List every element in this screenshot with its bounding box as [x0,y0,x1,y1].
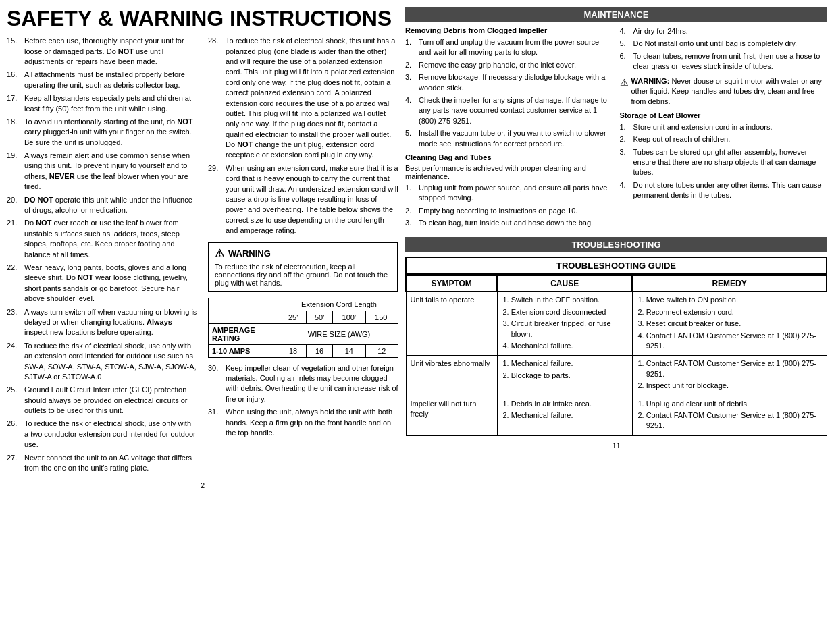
list-item-15: 15. Before each use, thoroughly inspect … [7,36,197,67]
troubleshooting-header: TROUBLESHOOTING [405,237,827,252]
empty-cell2 [209,311,280,323]
warning-icon: ⚠ [215,247,224,260]
list-item-19: 19. Always remain alert and use common s… [7,151,197,192]
right-column: MAINTENANCE Removing Debris from Clogged… [405,7,827,637]
maintenance-content: Removing Debris from Clogged Impeller 1.… [405,26,827,230]
empty-cell [209,298,280,311]
wire-size-25: 18 [280,344,307,357]
wire-size-50: 16 [307,344,333,357]
storage-step-1: 1.Store unit and extension cord in a ind… [620,122,828,132]
removing-debris-title: Removing Debris from Clogged Impeller [405,26,613,34]
storage-step-2: 2.Keep out of reach of children. [620,134,828,144]
safety-list-right: 28. To reduce the risk of electrical sho… [208,36,398,236]
debris-step-5: 5.Install the vacuum tube or, if you wan… [405,128,613,149]
left-items-col: 15. Before each use, thoroughly inspect … [7,36,197,476]
maintenance-header: MAINTENANCE [405,7,827,22]
page-title: SAFETY & WARNING INSTRUCTIONS [7,7,398,30]
wire-size-150: 12 [365,344,398,357]
maintenance-left: Removing Debris from Clogged Impeller 1.… [405,26,613,230]
troubleshooting-section: TROUBLESHOOTING TROUBLESHOOTING GUIDE SY… [405,237,827,435]
ts-cause-2: Mechanical failure. Blockage to parts. [497,356,632,396]
maintenance-section: MAINTENANCE Removing Debris from Clogged… [405,7,827,230]
debris-step-4: 4.Check the impeller for any signs of da… [405,95,613,126]
troubleshooting-table: SYMPTOM CAUSE REMEDY Unit fails to opera… [405,275,827,435]
list-item-18: 18. To avoid unintentionally starting of… [7,117,197,148]
storage-title: Storage of Leaf Blower [620,111,828,119]
ts-symptom-3: Impeller will not turn freely [406,396,497,435]
right-step-6: 6.To clean tubes, remove from unit first… [620,51,828,72]
list-item-29: 29. When using an extension cord, make s… [208,163,398,236]
cleaning-step-1: 1.Unplug unit from power source, and ens… [405,183,613,204]
wire-size-100: 14 [333,344,365,357]
cleaning-bag-title: Cleaning Bag and Tubes [405,153,613,161]
extension-cord-table-wrap: Extension Cord Length 25' 50' 100' 150' [208,298,398,358]
cleaning-bag-intro: Best performance is achieved with proper… [405,164,613,180]
list-item-25: 25. Ground Fault Circuit Interrupter (GF… [7,385,197,416]
list-item-20: 20. DO NOT operate this unit while under… [7,195,197,216]
ts-remedy-2: Contact FANTOM Customer Service at 1 (80… [632,356,827,396]
ts-cause-1: Switch in the OFF position. Extension co… [497,292,632,355]
col-25: 25' [280,311,307,323]
cleaning-step-2: 2.Empty bag according to instructions on… [405,206,613,216]
debris-step-1: 1.Turn off and unplug the vacuum from th… [405,37,613,58]
removing-debris-list: 1.Turn off and unplug the vacuum from th… [405,37,613,149]
left-column: SAFETY & WARNING INSTRUCTIONS 15. Before… [7,7,398,637]
list-item-24: 24. To reduce the risk of electrical sho… [7,341,197,383]
warning-box: ⚠ WARNING To reduce the risk of electroc… [208,242,398,292]
right-step-4: 4.Air dry for 24hrs. [620,26,828,36]
warning-title: ⚠ WARNING [215,247,392,260]
col-100: 100' [333,311,365,323]
warning-text: To reduce the risk of electrocution, kee… [215,263,392,287]
col-symptom: SYMPTOM [406,275,497,292]
list-item-21: 21. Do NOT over reach or use the leaf bl… [7,218,197,260]
list-item-30: 30. Keep impeller clean of vegetation an… [208,363,398,405]
amperage-rating-label: AMPERAGERATING [209,323,280,344]
right-items-col: 28. To reduce the risk of electrical sho… [208,36,398,476]
list-item-26: 26. To reduce the risk of electrical sho… [7,419,197,450]
right-page-num: 11 [405,441,827,450]
page-container: SAFETY & WARNING INSTRUCTIONS 15. Before… [0,0,834,644]
inline-warning-icon: ⚠ [620,76,629,107]
ts-row-3: Impeller will not turn freely Debris in … [406,396,827,435]
list-item-28: 28. To reduce the risk of electrical sho… [208,36,398,161]
warning-label: WARNING [228,248,271,259]
ts-guide-title: TROUBLESHOOTING GUIDE [405,257,827,275]
debris-step-2: 2.Remove the easy grip handle, or the in… [405,60,613,70]
right-steps-list: 4.Air dry for 24hrs. 5.Do Not install on… [620,26,828,72]
ts-symptom-2: Unit vibrates abnormally [406,356,497,396]
list-item-22: 22. Wear heavy, long pants, boots, glove… [7,263,197,304]
list-item-31: 31. When using the unit, always hold the… [208,407,398,438]
ts-remedy-3: Unplug and clear unit of debris. Contact… [632,396,827,435]
ext-cord-length-header: Extension Cord Length [280,298,398,311]
amps-row-label: 1-10 AMPS [209,344,280,357]
ts-row-2: Unit vibrates abnormally Mechanical fail… [406,356,827,396]
col-remedy: REMEDY [632,275,827,292]
storage-step-4: 4.Do not store tubes under any other ite… [620,180,828,201]
list-item-17: 17. Keep all bystanders especially pets … [7,93,197,114]
col-cause: CAUSE [497,275,632,292]
left-content: 15. Before each use, thoroughly inspect … [7,36,398,476]
ts-symptom-1: Unit fails to operate [406,292,497,355]
safety-list-30-31: 30. Keep impeller clean of vegetation an… [208,363,398,439]
ts-row-1: Unit fails to operate Switch in the OFF … [406,292,827,355]
debris-step-3: 3.Remove blockage. If necessary dislodge… [405,72,613,93]
ts-cause-3: Debris in air intake area. Mechanical fa… [497,396,632,435]
col-150: 150' [365,311,398,323]
ts-remedy-1: Move switch to ON position. Reconnect ex… [632,292,827,355]
inline-warning-text: WARNING: Never douse or squirt motor wit… [631,76,828,107]
extension-cord-table: Extension Cord Length 25' 50' 100' 150' [208,298,398,358]
list-item-23: 23. Always turn switch off when vacuumin… [7,307,197,338]
right-step-5: 5.Do Not install onto unit until bag is … [620,38,828,49]
left-page-num: 2 [7,481,398,489]
storage-list: 1.Store unit and extension cord in a ind… [620,122,828,201]
cleaning-bag-list: 1.Unplug unit from power source, and ens… [405,183,613,229]
cleaning-step-3: 3.To clean bag, turn inside out and hose… [405,218,613,228]
inline-warning: ⚠ WARNING: Never douse or squirt motor w… [620,76,828,107]
safety-list-left: 15. Before each use, thoroughly inspect … [7,36,197,473]
maintenance-right: 4.Air dry for 24hrs. 5.Do Not install on… [620,26,828,230]
col-50: 50' [307,311,333,323]
list-item-16: 16. All attachments must be installed pr… [7,70,197,90]
list-item-27: 27. Never connect the unit to an AC volt… [7,453,197,474]
storage-step-3: 3.Tubes can be stored upright after asse… [620,147,828,178]
wire-size-label: WIRE SIZE (AWG) [280,323,398,344]
